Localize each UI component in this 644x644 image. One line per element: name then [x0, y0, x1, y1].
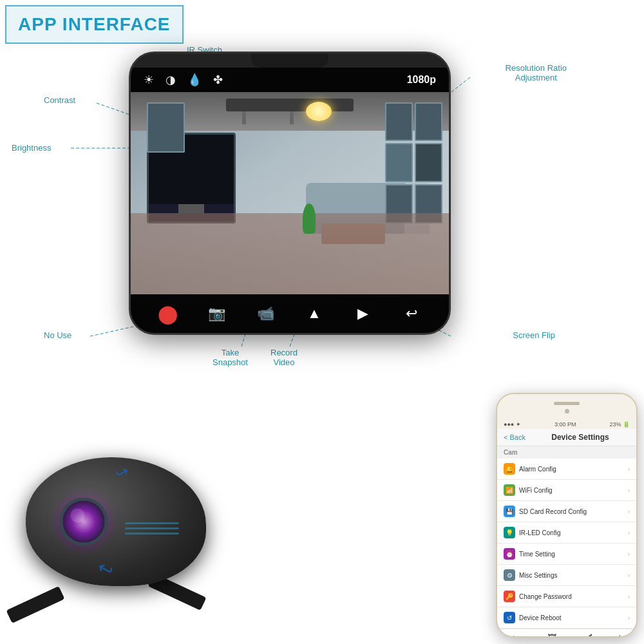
no-use-button[interactable]: ⬤ [156, 302, 180, 325]
irled-label: IR-LED Config [519, 529, 624, 536]
nav-snapshots[interactable]: 🖼 Snapshots [542, 633, 563, 638]
phone-toolbar: ☀ ◑ 💧 ✤ 1080p [131, 68, 449, 92]
recordings-icon: 📹 [582, 633, 593, 638]
time-label: Time Setting [519, 551, 624, 558]
menu-item-alarm[interactable]: 🔔 Alarm Config › [497, 459, 636, 480]
misc-label: Misc Settings [519, 572, 624, 579]
menu-item-irled[interactable]: 💡 IR-LED Config › [497, 522, 636, 544]
room-floor [131, 213, 449, 294]
contrast-icon[interactable]: ◑ [166, 73, 176, 87]
brightness-label: Brightness [12, 143, 51, 153]
play-button[interactable]: ▶ [351, 302, 374, 325]
phone-controls: ⬤ 📷 📹 ▲ ▶ ↩ [131, 294, 449, 333]
menu-item-time[interactable]: ⏰ Time Setting › [497, 544, 636, 565]
wifi-label: WiFi Config [519, 487, 624, 494]
nav-alarms[interactable]: ⚠ Alarms [613, 633, 627, 638]
reboot-chevron: › [628, 614, 630, 621]
resolution-label: Resolution RatioAdjustment [506, 63, 567, 82]
password-icon: 🔑 [504, 591, 515, 602]
take-snapshot-label: TakeSnapshot [213, 348, 248, 367]
phone2-header: < Back Device Settings [497, 429, 636, 446]
settings-phone: ●●● ✦ 3:00 PM 23% 🔋 < Back Device Settin… [496, 393, 638, 638]
sdcard-chevron: › [628, 508, 630, 515]
menu-item-password[interactable]: 🔑 Change Password › [497, 586, 636, 607]
status-right: 23% 🔋 [609, 421, 630, 428]
screen-flip-label: Screen Flip [513, 330, 555, 340]
live-video-icon: ▶ [513, 633, 520, 638]
alarm-label: Alarm Config [519, 466, 624, 473]
reboot-label: Device Reboot [519, 614, 624, 621]
app-title-text: APP INTERFACE [18, 14, 171, 34]
menu-item-misc[interactable]: ⚙ Misc Settings › [497, 565, 636, 586]
wifi-icon: 📶 [504, 484, 515, 496]
app-title-box: APP INTERFACE [5, 5, 184, 44]
sdcard-icon: 💾 [504, 506, 515, 517]
phone2-camera-dot [565, 409, 569, 413]
wifi-chevron: › [628, 487, 630, 494]
irled-icon: 💡 [504, 527, 515, 538]
status-time: 3:00 PM [554, 421, 576, 428]
brightness-icon[interactable]: ☀ [144, 73, 154, 87]
camera-feed [131, 92, 449, 294]
phone-mockup: ☀ ◑ 💧 ✤ 1080p [97, 39, 470, 348]
cam-section-title: Cam [497, 446, 636, 459]
nav-live-video[interactable]: ▶ Live Video [507, 633, 528, 638]
password-label: Change Password [519, 593, 624, 600]
reboot-icon: ↺ [504, 612, 515, 623]
resolution-display: 1080p [407, 74, 436, 86]
no-use-label: No Use [44, 330, 71, 340]
settings-title: Device Settings [531, 433, 630, 442]
menu-item-wifi[interactable]: 📶 WiFi Config › [497, 480, 636, 501]
camera-lens [59, 498, 108, 546]
record-video-button[interactable]: 📹 [254, 302, 277, 325]
record-video-label: RecordVideo [270, 348, 298, 367]
room-pictures [385, 102, 442, 223]
alarm-chevron: › [628, 466, 630, 473]
phone2-status-bar: ●●● ✦ 3:00 PM 23% 🔋 [497, 420, 636, 429]
alarm-icon: 🔔 [504, 463, 515, 475]
phone-notch [251, 53, 328, 68]
misc-icon: ⚙ [504, 569, 515, 581]
phone2-speaker [554, 402, 580, 405]
sdcard-label: SD Card Record Config [519, 508, 624, 515]
alarms-icon: ⚠ [616, 633, 624, 638]
phone2-top [497, 394, 636, 420]
led-switch-icon[interactable]: ✤ [213, 73, 223, 87]
time-icon: ⏰ [504, 548, 515, 560]
phone2-nav: < Back Device Settings [504, 433, 630, 442]
password-chevron: › [628, 593, 630, 600]
menu-item-reboot[interactable]: ↺ Device Reboot › [497, 607, 636, 629]
status-left: ●●● ✦ [504, 421, 521, 428]
back-button[interactable]: ↩ [400, 302, 423, 325]
irled-chevron: › [628, 529, 630, 536]
contrast-label: Contrast [44, 95, 75, 105]
camera-body: ↩ ↪ [26, 457, 206, 586]
back-button-settings[interactable]: < Back [504, 433, 526, 441]
nav-recordings[interactable]: 📹 Recordings [576, 633, 599, 638]
phone-body: ☀ ◑ 💧 ✤ 1080p [129, 52, 451, 335]
settings-phone-container: ●●● ✦ 3:00 PM 23% 🔋 < Back Device Settin… [496, 393, 638, 638]
phone-screen: ☀ ◑ 💧 ✤ 1080p [131, 53, 449, 333]
misc-chevron: › [628, 572, 630, 579]
snapshots-icon: 🖼 [547, 633, 556, 638]
room-scene [131, 92, 449, 294]
phone2-bottom-nav: ▶ Live Video 🖼 Snapshots 📹 Recordings ⚠ … [497, 629, 636, 638]
flip-up-button[interactable]: ▲ [303, 302, 326, 325]
menu-item-sdcard[interactable]: 💾 SD Card Record Config › [497, 501, 636, 522]
snapshot-button[interactable]: 📷 [205, 302, 228, 325]
camera-device-container: ↩ ↪ [19, 444, 213, 625]
time-chevron: › [628, 551, 630, 558]
ir-switch-icon[interactable]: 💧 [187, 73, 202, 87]
